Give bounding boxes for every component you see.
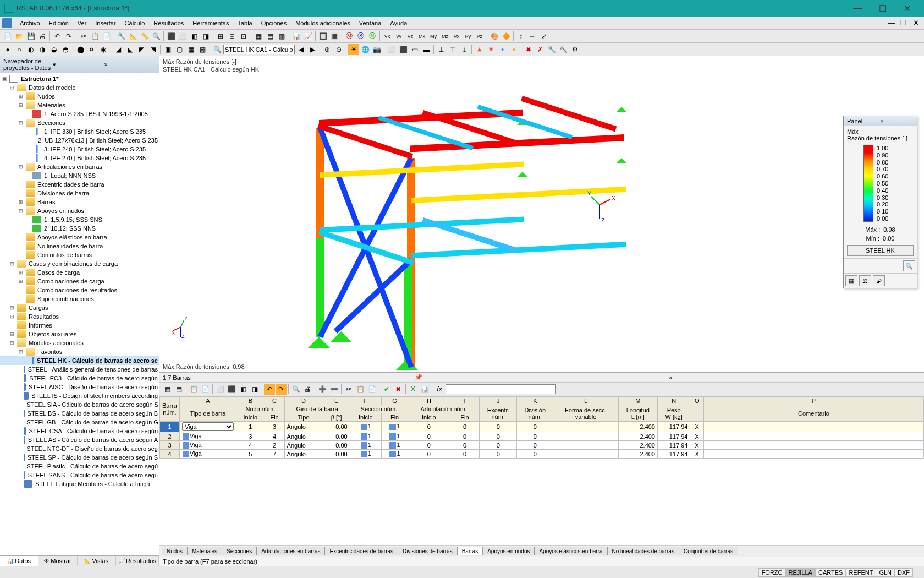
tb2-o[interactable]: ▢ (174, 44, 185, 55)
cell-peso[interactable]: 117.94 (657, 432, 690, 441)
cell-art-f[interactable]: 0 (450, 432, 480, 441)
tt-s[interactable]: ✖ (393, 384, 404, 395)
tb-save[interactable]: 💾 (25, 31, 36, 42)
cell-inicio[interactable]: 3 (237, 432, 265, 441)
nav-tab-datos[interactable]: 📊Datos (0, 556, 38, 566)
tree-resultados[interactable]: ⊞Resultados (0, 312, 159, 321)
tree-conjuntos[interactable]: Conjuntos de barras (0, 250, 159, 259)
tree-steel-aisc[interactable]: STEEL AISC - Diseño de barras de acero s… (0, 383, 159, 391)
cell-inicio[interactable]: 5 (237, 450, 265, 459)
tb2-r[interactable]: 🔍 (212, 44, 223, 55)
table-tab-6[interactable]: Barras (457, 547, 483, 555)
tb2-aa[interactable]: ▬ (421, 44, 432, 55)
tb2-d[interactable]: ◑ (37, 44, 48, 55)
table-tab-2[interactable]: Secciones (222, 547, 257, 555)
cell-comment[interactable] (704, 450, 924, 459)
tb-v5[interactable]: My (428, 31, 439, 42)
tb-h[interactable]: ◨ (200, 31, 211, 42)
cell-tipo[interactable]: Viga (179, 422, 236, 432)
cell-peso[interactable]: 117.94 (657, 441, 690, 450)
tt-c[interactable]: 📋 (188, 384, 199, 395)
cell-giro-tipo[interactable]: Ángulo (284, 432, 323, 441)
cell-giro-tipo[interactable]: Ángulo (284, 450, 323, 459)
tb-new[interactable]: 📄 (2, 31, 13, 42)
tb2-q[interactable]: ▩ (197, 44, 208, 55)
menu-insertar[interactable]: Insertar (91, 19, 120, 28)
menu-ventana[interactable]: Ventana (355, 19, 386, 28)
tt-i[interactable]: ↶ (264, 384, 275, 395)
tb2-u[interactable]: ☀ (348, 44, 359, 55)
tt-m[interactable]: ➕ (317, 384, 328, 395)
tb-u[interactable]: Ⓝ (367, 31, 378, 42)
tree-artic-1[interactable]: 1: Local; NNN NSS (0, 171, 159, 180)
tb-aa[interactable]: ⤢ (538, 31, 549, 42)
cell-sec-f[interactable]: 1 (381, 432, 408, 441)
table-tab-4[interactable]: Excentricidades de barras (324, 547, 398, 555)
tree-steel-sp[interactable]: STEEL SP - Cálculo de barras de acero se… (0, 453, 159, 462)
tb2-ab[interactable]: ⊥ (436, 44, 447, 55)
tb2-ak[interactable]: 🔧 (546, 44, 557, 55)
tree-comb-carga[interactable]: ⊞Combinaciones de carga (0, 277, 159, 286)
cell-div[interactable]: 0 (517, 432, 553, 441)
table-tab-3[interactable]: Articulaciones en barras (256, 547, 325, 555)
tree-sec-3[interactable]: 3: IPE 240 | British Steel; Acero S 235 (0, 145, 159, 154)
tb-j[interactable]: ⊟ (227, 31, 238, 42)
tb-v9[interactable]: Pz (474, 31, 485, 42)
tb-v3[interactable]: Vz (405, 31, 416, 42)
tb2-w[interactable]: 📷 (371, 44, 382, 55)
row-header[interactable]: 1 (160, 422, 180, 432)
nav-tab-resultados[interactable]: 📈Resultados (116, 556, 159, 566)
cell-long[interactable]: 2.400 (618, 432, 657, 441)
tree-sec-1[interactable]: 1: IPE 330 | British Steel; Acero S 235 (0, 127, 159, 136)
tree-root[interactable]: ▣Estructura 1* (0, 74, 159, 83)
table-tab-10[interactable]: Conjuntos de barras (679, 547, 738, 555)
cell-forma[interactable] (553, 432, 618, 441)
tb-a[interactable]: 🔧 (116, 31, 127, 42)
cell-exc[interactable]: 0 (480, 432, 517, 441)
status-cartes[interactable]: CARTES (815, 568, 846, 577)
tb-v1[interactable]: Vx (382, 31, 393, 42)
cell-comment[interactable] (704, 432, 924, 441)
cell-giro-b[interactable]: 0.00 (323, 422, 350, 432)
tree-steel-bs[interactable]: STEEL BS - Cálculo de barras de acero se… (0, 409, 159, 418)
tree-favoritos[interactable]: ⊟Favoritos (0, 347, 159, 356)
table-tab-7[interactable]: Apoyos en nudos (482, 547, 535, 555)
menu-archivo[interactable]: Archivo (15, 19, 45, 28)
tb-k[interactable]: ⊡ (238, 31, 249, 42)
cell-peso[interactable]: 117.94 (657, 450, 690, 459)
table-pin[interactable]: 📌 (413, 374, 667, 381)
mdi-minimize[interactable]: — (886, 19, 898, 27)
tb2-p[interactable]: ▦ (185, 44, 196, 55)
nav-tab-mostrar[interactable]: 👁Mostrar (38, 556, 77, 566)
cell-x[interactable]: X (690, 422, 704, 432)
tb2-j[interactable]: ◢ (113, 44, 124, 55)
table-tab-1[interactable]: Materiales (187, 547, 222, 555)
cell-comment[interactable] (704, 422, 924, 432)
tree-apoyo-2[interactable]: 2: 10,12; SSS NNS (0, 224, 159, 233)
tb2-i[interactable]: ◉ (98, 44, 109, 55)
cell-forma[interactable] (553, 441, 618, 450)
cell-long[interactable]: 2.400 (618, 422, 657, 432)
row-header[interactable]: 4 (160, 450, 180, 459)
cell-forma[interactable] (553, 422, 618, 432)
cell-tipo[interactable]: Viga (179, 441, 236, 450)
menu-calculo[interactable]: Cálculo (120, 19, 150, 28)
table-formula-input[interactable] (446, 384, 556, 394)
cell-div[interactable]: 0 (517, 450, 553, 459)
tb2-ae[interactable]: 🔺 (474, 44, 485, 55)
cell-exc[interactable]: 0 (480, 450, 517, 459)
tree-excentricidades[interactable]: Excentricidades de barra (0, 180, 159, 189)
tree-apoyo-1[interactable]: 1: 1,5,9,15; SSS SNS (0, 215, 159, 224)
cell-fin[interactable]: 4 (265, 432, 284, 441)
cell-art-i[interactable]: 0 (408, 422, 450, 432)
status-rejilla[interactable]: REJILLA (785, 568, 816, 577)
tb2-l[interactable]: ◤ (136, 44, 147, 55)
tb-v7[interactable]: Px (451, 31, 462, 42)
tree-steel-ntc[interactable]: STEEL NTC-DF - Diseño de barras de acero… (0, 444, 159, 453)
cell-long[interactable]: 2.400 (618, 441, 657, 450)
table-close[interactable]: × (667, 374, 921, 381)
tree-steel-as[interactable]: STEEL AS - Cálculo de barras de acero se… (0, 435, 159, 444)
tree-steel-is[interactable]: STEEL IS - Design of steel members accor… (0, 391, 159, 400)
cell-comment[interactable] (704, 441, 924, 450)
tb2-e[interactable]: ◒ (48, 44, 59, 55)
